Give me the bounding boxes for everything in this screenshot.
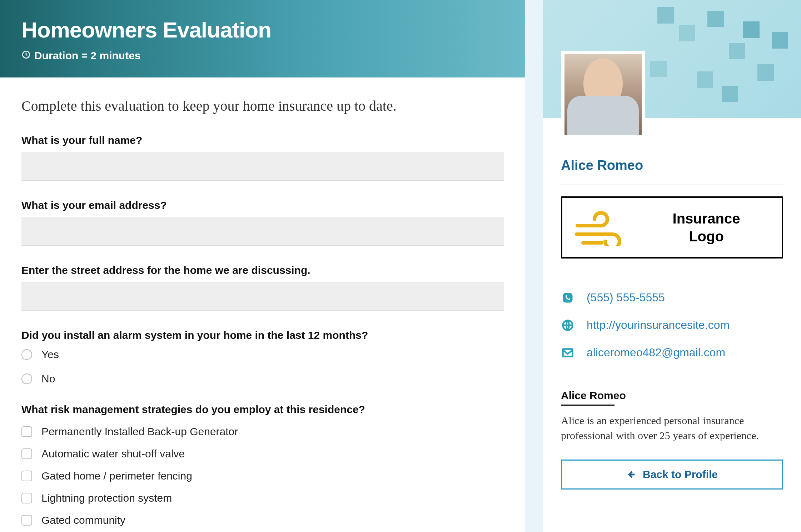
option-label: Gated community <box>41 514 125 526</box>
contact-phone-text: (555) 555-5555 <box>587 291 665 304</box>
option-label: No <box>41 373 55 385</box>
contact-website[interactable]: http://yourinsurancesite.com <box>561 311 783 339</box>
question-label: What risk management strategies do you e… <box>21 403 504 416</box>
form-duration: Duration = 2 minutes <box>21 50 504 62</box>
checkbox-icon <box>21 471 32 481</box>
risk-option-gated-home[interactable]: Gated home / perimeter fencing <box>21 470 504 482</box>
option-label: Yes <box>41 348 59 361</box>
checkbox-icon <box>21 493 32 503</box>
radio-icon <box>21 373 32 384</box>
bio-text: Alice is an experienced personal insuran… <box>561 413 783 443</box>
form-duration-text: Duration = 2 minutes <box>34 50 141 62</box>
risk-option-lightning[interactable]: Lightning protection system <box>21 492 504 504</box>
svg-rect-1 <box>563 293 573 302</box>
form-intro: Complete this evaluation to keep your ho… <box>21 97 504 114</box>
contact-website-text: http://yourinsurancesite.com <box>587 318 730 332</box>
checkbox-icon <box>21 426 32 437</box>
arrow-left-icon <box>626 470 636 480</box>
form-panel: Homeowners Evaluation Duration = 2 minut… <box>0 0 525 532</box>
checkbox-icon <box>21 448 32 459</box>
svg-rect-3 <box>563 349 573 356</box>
divider <box>561 378 783 378</box>
divider <box>561 185 783 185</box>
radio-icon <box>21 349 32 360</box>
checkbox-icon <box>21 515 32 526</box>
question-address: Enter the street address for the home we… <box>21 264 504 311</box>
agent-sidebar: Alice Romeo Insurance Logo (555) <box>543 0 801 532</box>
question-label: Enter the street address for the home we… <box>21 264 504 276</box>
email-input[interactable] <box>21 217 504 246</box>
option-label: Lightning protection system <box>41 492 172 504</box>
contact-email[interactable]: aliceromeo482@gmail.com <box>561 339 783 366</box>
contact-phone[interactable]: (555) 555-5555 <box>561 284 783 311</box>
logo-line1: Insurance <box>673 211 740 226</box>
mail-icon <box>561 346 574 359</box>
alarm-option-yes[interactable]: Yes <box>21 348 504 361</box>
insurance-logo: Insurance Logo <box>561 196 783 259</box>
wind-icon <box>573 207 627 248</box>
question-label: Did you install an alarm system in your … <box>21 329 504 341</box>
logo-text: Insurance Logo <box>642 210 771 245</box>
agent-bio: Alice Romeo Alice is an experienced pers… <box>561 390 783 443</box>
contact-list: (555) 555-5555 http://yourinsurancesite.… <box>561 284 783 366</box>
bio-underline <box>561 405 615 406</box>
phone-icon <box>561 291 574 304</box>
form-body: Complete this evaluation to keep your ho… <box>0 77 525 532</box>
question-label: What is your email address? <box>21 199 504 211</box>
question-label: What is your full name? <box>21 134 504 146</box>
form-title: Homeowners Evaluation <box>21 17 504 42</box>
risk-option-water-shutoff[interactable]: Automatic water shut-off valve <box>21 448 504 460</box>
risk-option-generator[interactable]: Permanently Installed Back-up Generator <box>21 426 504 438</box>
question-full-name: What is your full name? <box>21 134 504 181</box>
option-label: Automatic water shut-off valve <box>41 448 185 460</box>
clock-icon <box>21 50 31 62</box>
agent-name: Alice Romeo <box>561 158 783 173</box>
question-email: What is your email address? <box>21 199 504 246</box>
contact-email-text: aliceromeo482@gmail.com <box>587 346 725 359</box>
globe-icon <box>561 319 574 332</box>
option-label: Gated home / perimeter fencing <box>41 470 192 482</box>
bio-name: Alice Romeo <box>561 390 783 402</box>
risk-option-gated-community[interactable]: Gated community <box>21 514 504 526</box>
back-to-profile-button[interactable]: Back to Profile <box>561 460 783 490</box>
logo-line2: Logo <box>689 229 724 244</box>
form-header: Homeowners Evaluation Duration = 2 minut… <box>0 0 525 77</box>
alarm-option-no[interactable]: No <box>21 373 504 385</box>
address-input[interactable] <box>21 282 504 311</box>
question-alarm: Did you install an alarm system in your … <box>21 329 504 385</box>
question-risk: What risk management strategies do you e… <box>21 403 504 526</box>
full-name-input[interactable] <box>21 152 504 181</box>
option-label: Permanently Installed Back-up Generator <box>41 426 238 438</box>
divider <box>561 270 783 270</box>
back-button-label: Back to Profile <box>643 468 718 481</box>
avatar-image <box>564 54 642 135</box>
agent-avatar <box>561 51 645 139</box>
app-layout: Homeowners Evaluation Duration = 2 minut… <box>0 0 801 532</box>
